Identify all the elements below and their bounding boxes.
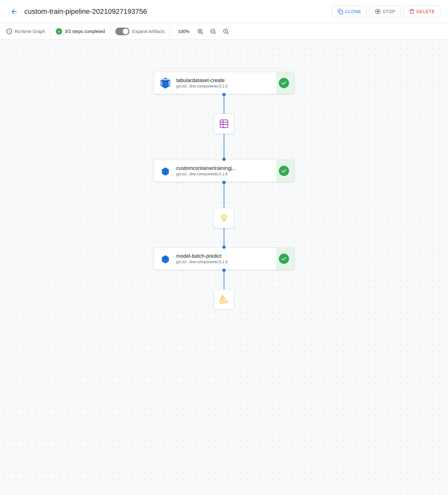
header-actions: CLONE STOP DELETE <box>332 6 440 17</box>
svg-rect-6 <box>220 120 228 128</box>
steps-completed: 3/3 steps completed <box>51 23 110 39</box>
connector-tail <box>214 270 234 310</box>
node-1-icon <box>159 77 172 89</box>
stop-button[interactable]: STOP <box>369 6 401 17</box>
toolbar: i Runtime Graph 3/3 steps completed Expa… <box>0 23 448 40</box>
node-3-info: model-batch-predict gcr.io/...line-compo… <box>176 253 275 264</box>
clone-button[interactable]: CLONE <box>332 6 367 17</box>
back-button[interactable] <box>8 5 21 18</box>
toggle-switch[interactable] <box>115 28 129 35</box>
node-2-icon <box>159 164 172 177</box>
node-1-info: tabulardataset-create gcr.io/...line-com… <box>176 78 275 88</box>
pipeline-title: custom-train-pipeline-20210927193756 <box>24 7 332 16</box>
node-3-icon <box>159 252 172 265</box>
node-1-name: tabulardataset-create <box>176 78 275 83</box>
divider <box>172 26 173 37</box>
pipeline-canvas: tabulardataset-create gcr.io/...line-com… <box>0 40 448 495</box>
svg-point-8 <box>225 300 228 303</box>
delete-button[interactable]: DELETE <box>403 6 440 17</box>
connector-segment-1 <box>214 94 234 160</box>
pipeline-node-3[interactable]: model-batch-predict gcr.io/...line-compo… <box>153 247 295 270</box>
zoom-controls <box>195 26 232 37</box>
shapes-icon <box>218 294 230 305</box>
pipeline-container: tabulardataset-create gcr.io/...line-com… <box>144 40 304 495</box>
node-2-status <box>279 166 289 176</box>
info-icon: i <box>6 29 12 34</box>
artifact-lightbulb[interactable] <box>214 208 234 228</box>
artifact-shapes[interactable] <box>214 289 234 310</box>
header: custom-train-pipeline-20210927193756 CLO… <box>0 0 448 23</box>
node-2-info: customcontainertrainingj... gcr.io/...li… <box>176 165 275 176</box>
zoom-level: 100% <box>175 29 192 34</box>
lightbulb-icon <box>220 214 228 222</box>
svg-rect-2 <box>377 11 379 13</box>
node-2-name: customcontainertrainingj... <box>176 165 275 171</box>
node-1-subtitle: gcr.io/...line-components:0.1.6 <box>176 84 275 88</box>
svg-rect-7 <box>220 300 223 303</box>
node-3-name: model-batch-predict <box>176 253 275 259</box>
clone-icon <box>337 9 343 14</box>
node-3-status <box>279 254 289 264</box>
pipeline-node-2[interactable]: customcontainertrainingj... gcr.io/...li… <box>153 160 295 182</box>
table-icon <box>219 119 229 129</box>
expand-artifacts-toggle[interactable]: Expand Artifacts <box>110 23 170 39</box>
node-3-subtitle: gcr.io/...line-components:0.1.6 <box>176 260 275 264</box>
svg-rect-0 <box>340 11 343 14</box>
steps-check-icon <box>56 28 62 35</box>
pipeline-node-1[interactable]: tabulardataset-create gcr.io/...line-com… <box>153 72 295 94</box>
delete-icon <box>409 9 415 14</box>
node-2-subtitle: gcr.io/...line-components:0.1.6 <box>176 172 275 176</box>
artifact-table[interactable] <box>214 113 234 134</box>
stop-icon <box>375 9 381 14</box>
zoom-fit-button[interactable] <box>220 26 232 37</box>
connector-segment-2 <box>214 182 234 247</box>
runtime-graph-btn[interactable]: i Runtime Graph <box>6 23 51 39</box>
zoom-in-button[interactable] <box>195 26 206 37</box>
node-1-status <box>279 78 289 88</box>
zoom-out-button[interactable] <box>207 26 219 37</box>
